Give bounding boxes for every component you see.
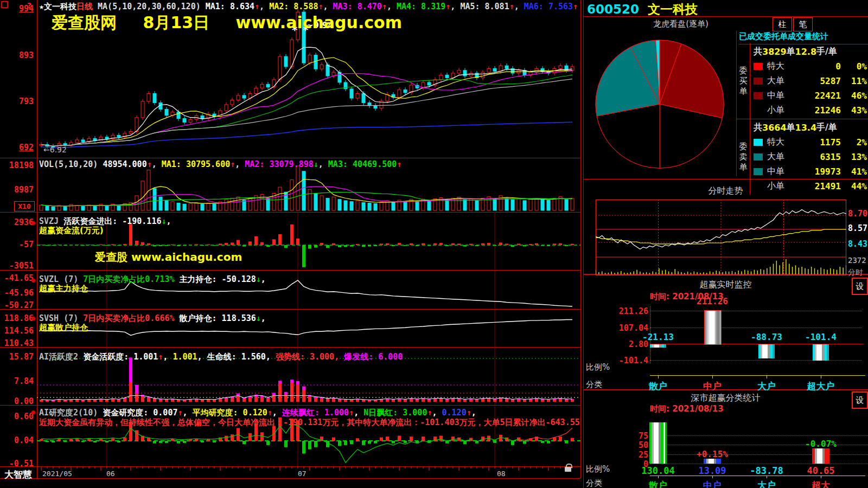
header-span: ,	[235, 159, 245, 169]
shen-title: 深市超赢分类统计	[583, 393, 868, 404]
header-span: AI研究度2(10)	[39, 408, 103, 418]
shen-bar-0	[649, 422, 667, 464]
intraday-price-label: 8.57	[848, 223, 867, 233]
svzj-subtitle: 超赢资金流(万元)	[39, 226, 104, 236]
header-span: SVZL (7)	[39, 274, 83, 284]
order-type-swatch	[754, 139, 763, 146]
monitor-ylabel: 211.26	[616, 306, 648, 316]
header-span: MA5: 8.081	[460, 2, 509, 11]
header-span: ★文一科技	[39, 2, 76, 11]
watermark: 爱查股网 8月13日 www.aichagu.com	[52, 12, 402, 34]
header-span: 主力持仓: -50.128	[180, 274, 256, 284]
orders-row: 大单631513%	[754, 150, 867, 164]
monitor-title: 超赢实时监控	[583, 279, 868, 291]
shen-left-label-2: 分类	[586, 478, 602, 488]
watermark-url: www.aichagu.com	[236, 13, 402, 32]
header-span: ,	[354, 408, 363, 418]
lock-icon-body[interactable]	[565, 467, 571, 472]
volume-header: VOL(5,10,20) 48954.000↑, MA1: 30795.600↑…	[39, 159, 401, 169]
app-window: ? X10 **~9.94←6.92 ★文一科技日线 MA(5,10,20,30…	[0, 0, 868, 488]
svzl-subtitle: 超赢主力持仓	[39, 284, 88, 294]
header-span: ↑	[382, 2, 387, 11]
order-type-swatch	[754, 168, 763, 175]
monitor-category: 超大户	[796, 380, 845, 393]
kline-header: ★文一科技日线 MA(5,10,20,30,60,120) MA1: 8.634…	[39, 2, 578, 12]
header-span: ↑	[318, 2, 323, 11]
header-span: ↓	[314, 159, 318, 169]
orders-table: 委买单共 3829单 12.8手/单特大00%大单528711%中单224214…	[737, 43, 868, 195]
monitor-left-label-2: 分类	[586, 380, 602, 390]
panel-marker	[31, 279, 35, 282]
timeline-label: 07	[298, 470, 307, 478]
panel-marker	[31, 221, 35, 225]
axis-label: 692	[0, 143, 34, 152]
header-span: ↑	[573, 2, 578, 11]
shen-category: 大户	[742, 479, 791, 488]
axis-label: 0.00	[0, 397, 34, 406]
header-span: MA3: 8.470	[333, 2, 382, 11]
shen-value: 40.65	[796, 465, 845, 476]
header-span: ,	[387, 2, 397, 11]
intraday-vol-label: 2372	[848, 256, 866, 265]
intraday-chart	[596, 200, 846, 275]
shen-ylabel: 50	[616, 440, 648, 450]
header-span: ,	[167, 216, 171, 226]
orders-row: 特大00%	[754, 59, 867, 74]
monitor-value: -88.73	[742, 332, 791, 342]
shen-category: 超大	[796, 479, 845, 488]
axis-label: -3051	[0, 261, 34, 270]
header-span: VOL(5,10,20)	[39, 159, 103, 169]
right-panel-border	[583, 0, 584, 488]
intraday-price-label: 8.70	[848, 209, 867, 219]
axis-label: 118.86	[0, 314, 34, 323]
axis-label: -45.96	[0, 288, 34, 297]
intraday-price-label: 8.43	[848, 239, 867, 249]
axis-label: 18198	[0, 161, 34, 170]
shen-category: 中户	[688, 479, 737, 488]
header-span: ↓	[161, 216, 166, 226]
orders-title: 已成交委托单成交量统计	[739, 31, 868, 44]
header-span: ↑	[230, 159, 235, 169]
shen-bar-1	[704, 459, 721, 464]
monitor-value: -21.13	[634, 332, 682, 342]
intraday-title: 分时走势	[583, 185, 868, 197]
axis-label: 15.87	[0, 352, 34, 361]
low-annotation: ←6.92	[43, 145, 67, 154]
monitor-settings-button[interactable]: 设	[852, 278, 868, 295]
header-span: ↑	[445, 2, 450, 11]
header-span: MA1: 30795.600	[162, 159, 230, 169]
header-span: ,	[183, 408, 193, 418]
header-span: AI活跃度2	[39, 352, 83, 362]
pie-title: 龙虎看盘(逐单)	[583, 19, 778, 29]
app-brand: 大智慧	[4, 468, 32, 481]
order-pie-chart	[589, 34, 730, 175]
axis-label: 2936	[0, 218, 34, 227]
axis-label: 114.56	[0, 326, 34, 335]
header-span: ↑	[349, 408, 354, 418]
bar-mode-button[interactable]: 柱	[773, 17, 792, 31]
order-type-swatch	[754, 63, 763, 70]
timeline-label: 2021/05	[42, 470, 72, 478]
pen-mode-button[interactable]: 笔	[793, 17, 813, 31]
header-span: ↓	[256, 274, 261, 284]
panel-marker	[31, 410, 35, 414]
svsh-subtitle: 超赢散户持仓	[39, 323, 88, 333]
shen-baseline	[650, 476, 865, 476]
axis-label: 793	[0, 97, 34, 106]
axis-label: -57	[0, 240, 34, 249]
shen-settings-button[interactable]: 设	[852, 391, 868, 409]
header-span: ,	[323, 2, 333, 11]
axis-label: -50.27	[0, 301, 34, 310]
header-span: MA2: 33079.898	[245, 159, 313, 169]
orders-row: 中单2242146%	[754, 88, 867, 103]
header-span: ↑	[467, 408, 471, 418]
header-span: ,	[152, 159, 162, 169]
orders-side-label: 委卖单	[737, 119, 750, 195]
monitor-bar-3	[813, 344, 829, 361]
header-span: SVZJ	[39, 216, 63, 226]
header-span: ↑	[254, 2, 259, 11]
orders-summary: 共 3664单 13.4手/单	[754, 120, 867, 135]
header-span: ,	[514, 2, 524, 11]
monitor-category: 中户	[688, 380, 737, 393]
shen-time: 时间: 2021/08/13	[650, 404, 724, 414]
